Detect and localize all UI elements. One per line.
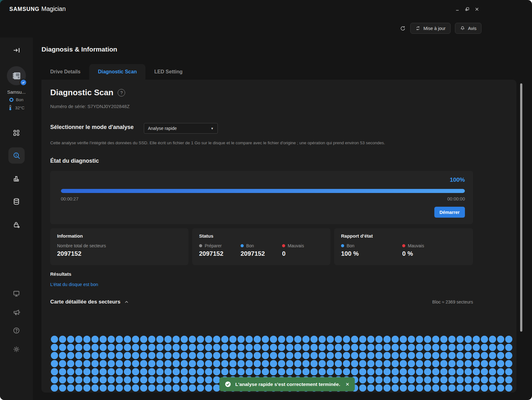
sector-dot xyxy=(116,360,123,367)
minimize-button[interactable] xyxy=(455,6,461,12)
tab-led-setting[interactable]: LED Setting xyxy=(145,64,191,80)
sector-dot xyxy=(440,376,447,383)
sector-dot xyxy=(408,368,415,375)
sector-dot xyxy=(440,360,447,367)
sector-dot xyxy=(440,344,447,351)
tab-drive-details[interactable]: Drive Details xyxy=(41,64,89,80)
sector-dot xyxy=(156,352,164,359)
sidebar-item-security[interactable] xyxy=(0,221,33,229)
sector-dot xyxy=(424,344,431,351)
mode-select-value: Analyse rapide xyxy=(148,126,177,131)
sector-dot xyxy=(270,368,277,375)
sector-dot xyxy=(213,336,220,343)
lock-gear-icon xyxy=(12,221,20,229)
notice-button[interactable]: Avis xyxy=(455,23,481,34)
refresh-button[interactable] xyxy=(400,25,406,32)
sidebar-expand-button[interactable] xyxy=(12,46,21,54)
sector-dot xyxy=(67,376,74,383)
scan-mode-select[interactable]: Analyse rapide ▼ xyxy=(144,123,218,134)
health-ring-icon xyxy=(9,98,13,102)
sector-dot xyxy=(246,352,253,359)
toast-close-icon[interactable]: ✕ xyxy=(345,382,349,387)
close-button[interactable] xyxy=(474,6,480,12)
diagnosis-search-icon xyxy=(12,151,21,160)
drive-avatar[interactable] xyxy=(7,66,26,85)
sector-dot xyxy=(51,352,58,359)
sector-dot xyxy=(359,376,366,383)
sidebar-item-help[interactable] xyxy=(0,327,33,334)
collapse-chevron-icon[interactable] xyxy=(124,300,129,304)
sector-dot xyxy=(205,352,212,359)
sidebar-item-performance[interactable] xyxy=(0,175,33,183)
sector-dot xyxy=(140,352,147,359)
sidebar-item-settings[interactable] xyxy=(0,345,33,353)
sector-dot xyxy=(367,384,374,392)
toast-notification: L'analyse rapide s’est correctement term… xyxy=(219,377,355,391)
sector-dot xyxy=(302,336,310,343)
sector-dot xyxy=(67,368,74,375)
sector-dot xyxy=(100,376,107,383)
sector-dot xyxy=(335,352,342,359)
sector-dot xyxy=(173,344,180,351)
sector-dot xyxy=(108,376,115,383)
sector-dot xyxy=(473,336,480,343)
sector-dot xyxy=(132,336,139,343)
sector-dot xyxy=(229,360,237,367)
bar-chart-icon xyxy=(12,175,20,183)
sector-dot xyxy=(51,368,58,375)
sector-dot xyxy=(262,352,269,359)
sector-dot xyxy=(132,376,139,383)
sector-dot xyxy=(359,384,366,392)
health-report-card: Rapport d’état Bon 100 % xyxy=(334,228,473,265)
sector-dot xyxy=(392,360,399,367)
progress-card: 100% 00:00:27 00:00:00 Démarrer xyxy=(50,171,473,224)
dashboard-icon xyxy=(12,129,20,137)
summary-cards: Information Nombre total de secteurs 209… xyxy=(50,228,473,265)
sector-dot xyxy=(367,344,374,351)
sidebar-item-system[interactable] xyxy=(0,290,33,298)
sector-dot xyxy=(83,376,90,383)
sidebar-item-diagnosis[interactable] xyxy=(8,147,25,164)
sector-dot xyxy=(448,336,456,343)
sidebar-item-announcements[interactable] xyxy=(0,308,33,316)
sector-dot xyxy=(400,344,407,351)
time-remaining: 00:00:00 xyxy=(447,196,465,201)
sidebar-item-drive-data[interactable] xyxy=(0,198,33,205)
sector-dot xyxy=(489,360,496,367)
sector-dot xyxy=(367,376,374,383)
sector-dot xyxy=(181,384,188,392)
sector-dot xyxy=(335,360,342,367)
sector-dot xyxy=(189,352,196,359)
sector-dot xyxy=(367,352,374,359)
sidebar-item-dashboard[interactable] xyxy=(0,129,33,137)
sector-dot xyxy=(100,384,107,392)
app-window: SAMSUNGMagician Mise à jour xyxy=(0,0,532,400)
sector-dot xyxy=(505,344,512,351)
sector-dot xyxy=(400,376,407,383)
sector-dot xyxy=(400,336,407,343)
sector-dot xyxy=(432,336,439,343)
total-sectors-value: 2097152 xyxy=(57,250,106,257)
prepare-dot-icon xyxy=(199,244,202,247)
restore-button[interactable] xyxy=(464,6,470,12)
sector-dot xyxy=(448,384,456,392)
megaphone-icon xyxy=(12,308,20,316)
sector-dot xyxy=(67,360,74,367)
sector-dot xyxy=(156,376,164,383)
sector-dot xyxy=(375,376,383,383)
vertical-scrollbar[interactable] xyxy=(520,83,522,332)
progress-bar-fill xyxy=(61,189,465,193)
sector-dot xyxy=(489,336,496,343)
scan-title: Diagnostic Scan xyxy=(50,88,113,97)
start-button[interactable]: Démarrer xyxy=(434,207,465,218)
sector-dot xyxy=(116,336,123,343)
tab-diagnostic-scan[interactable]: Diagnostic Scan xyxy=(89,64,145,80)
sector-dot xyxy=(489,344,496,351)
scan-help-icon[interactable]: ? xyxy=(118,89,125,96)
update-button[interactable]: Mise à jour xyxy=(410,23,451,34)
thermometer-icon xyxy=(8,105,12,111)
sector-dot xyxy=(221,344,228,351)
sector-dot xyxy=(116,384,123,392)
sector-dot xyxy=(189,344,196,351)
sector-dot xyxy=(197,344,204,351)
